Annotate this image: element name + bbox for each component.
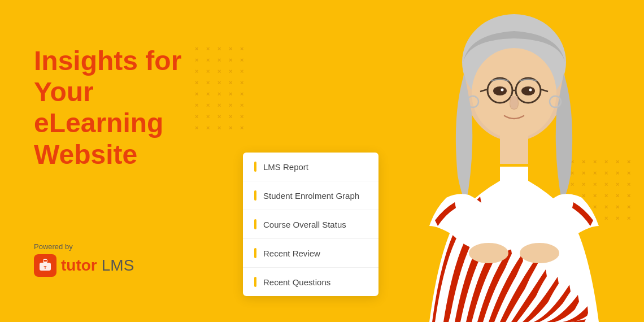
- tutor-brand-name: tutor: [61, 256, 97, 275]
- svg-text:×: ×: [229, 68, 232, 75]
- svg-text:×: ×: [217, 68, 221, 75]
- menu-item-bar: [254, 277, 256, 287]
- svg-text:×: ×: [229, 45, 232, 52]
- menu-item-bar: [254, 248, 256, 258]
- svg-text:×: ×: [217, 90, 221, 97]
- svg-text:×: ×: [240, 79, 243, 86]
- menu-item-bar: [254, 219, 256, 229]
- svg-text:×: ×: [229, 56, 232, 63]
- svg-text:×: ×: [240, 113, 243, 120]
- svg-text:×: ×: [229, 113, 232, 120]
- left-content: Insights for Your eLearning Website: [34, 45, 215, 170]
- svg-text:×: ×: [240, 56, 243, 63]
- svg-point-82: [472, 48, 556, 138]
- svg-text:×: ×: [240, 90, 243, 97]
- svg-text:×: ×: [240, 124, 243, 131]
- svg-text:×: ×: [229, 124, 232, 131]
- svg-text:×: ×: [229, 79, 232, 86]
- svg-rect-78: [43, 260, 47, 262]
- svg-point-95: [469, 243, 508, 263]
- svg-text:×: ×: [217, 124, 221, 131]
- powered-by-section: Powered by T tutor LMS: [34, 242, 134, 277]
- menu-item-bar: [254, 190, 256, 201]
- tutor-logo: T tutor LMS: [34, 254, 134, 277]
- svg-text:×: ×: [217, 45, 221, 52]
- menu-item-bar: [254, 162, 256, 172]
- headline: Insights for Your eLearning Website: [34, 45, 215, 170]
- svg-point-89: [493, 86, 507, 95]
- svg-text:×: ×: [240, 68, 243, 75]
- menu-item-label: LMS Report: [263, 162, 308, 172]
- svg-text:×: ×: [217, 56, 221, 63]
- svg-point-90: [521, 86, 535, 95]
- svg-text:×: ×: [240, 102, 243, 108]
- svg-text:×: ×: [229, 102, 232, 108]
- svg-point-92: [529, 89, 532, 92]
- svg-text:×: ×: [217, 113, 221, 120]
- svg-rect-83: [500, 133, 528, 164]
- page-container: × × × × × × × × × × × × × × × × × × × × …: [0, 0, 644, 322]
- powered-by-label: Powered by: [34, 242, 134, 251]
- svg-text:T: T: [44, 265, 47, 270]
- svg-point-96: [520, 243, 559, 263]
- svg-text:×: ×: [217, 79, 221, 86]
- tutor-icon: T: [34, 254, 56, 277]
- svg-text:×: ×: [217, 102, 221, 108]
- svg-text:×: ×: [240, 45, 243, 52]
- svg-point-91: [501, 89, 504, 92]
- person-illustration: [316, 0, 644, 322]
- svg-text:×: ×: [229, 90, 232, 97]
- tutor-brand-suffix: LMS: [102, 256, 134, 275]
- menu-item-label: Recent Review: [263, 249, 320, 258]
